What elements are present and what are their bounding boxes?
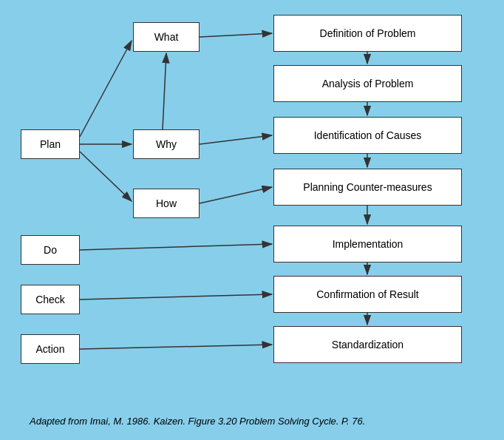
plan-box: Plan bbox=[21, 129, 80, 159]
caption: Adapted from Imai, M. 1986. Kaizen. Figu… bbox=[30, 416, 365, 427]
svg-line-14 bbox=[80, 294, 272, 299]
svg-line-6 bbox=[200, 187, 272, 203]
definition-box: Definition of Problem bbox=[273, 15, 462, 52]
svg-line-4 bbox=[200, 33, 272, 37]
svg-line-3 bbox=[80, 152, 132, 201]
what-box: What bbox=[133, 22, 200, 52]
identification-box: Identification of Causes bbox=[273, 117, 462, 154]
why-box: Why bbox=[133, 129, 200, 159]
action-box: Action bbox=[21, 334, 80, 364]
diagram-container: Plan What Why How Do Check Action Defini… bbox=[0, 0, 504, 440]
svg-line-16 bbox=[163, 53, 166, 129]
check-box: Check bbox=[21, 285, 80, 314]
standardization-box: Standardization bbox=[273, 326, 462, 363]
svg-line-15 bbox=[80, 345, 272, 349]
svg-line-5 bbox=[200, 135, 272, 144]
svg-line-13 bbox=[80, 244, 272, 250]
svg-line-1 bbox=[80, 41, 132, 137]
how-box: How bbox=[133, 189, 200, 218]
planning-box: Planning Counter-measures bbox=[273, 169, 462, 206]
confirmation-box: Confirmation of Result bbox=[273, 276, 462, 313]
do-box: Do bbox=[21, 235, 80, 265]
analysis-box: Analysis of Problem bbox=[273, 65, 462, 102]
implementation-box: Implementation bbox=[273, 226, 462, 263]
